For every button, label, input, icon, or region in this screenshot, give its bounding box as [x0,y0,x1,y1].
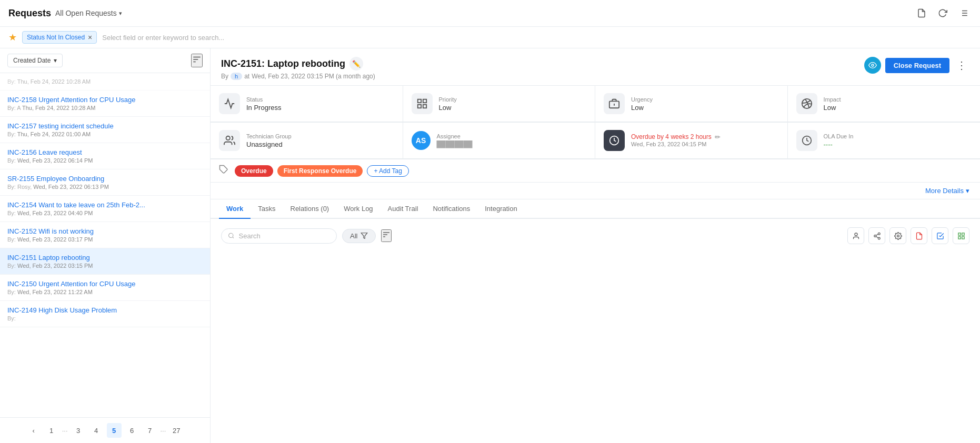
impact-value: Low [824,104,841,112]
app-title: Requests [8,8,51,19]
svg-point-29 [878,237,880,239]
page-5-button[interactable]: 5 [107,423,122,438]
svg-point-32 [897,235,899,237]
prev-page-button[interactable]: ‹ [26,423,41,438]
tab-integration[interactable]: Integration [477,199,524,219]
close-request-button[interactable]: Close Request [885,58,949,73]
more-options-button[interactable]: ⋮ [954,57,969,73]
edit-due-date-icon[interactable]: ✏ [715,133,721,141]
right-panel: INC-2151: Laptop rebooting ✏️ By h at We… [211,48,980,443]
list-item[interactable]: SR-2155 Employee Onboarding By: Rosy, We… [0,169,210,196]
svg-point-27 [878,233,880,235]
detail-header: INC-2151: Laptop rebooting ✏️ By h at We… [211,48,980,86]
tab-notifications[interactable]: Notifications [425,199,477,219]
list-item-active[interactable]: INC-2151 Laptop rebooting By: Wed, Feb 2… [0,248,210,275]
tech-group-icon [219,130,240,151]
tab-worklog[interactable]: Work Log [336,199,380,219]
assignee-avatar: AS [412,131,431,150]
ola-due-label: OLA Due In [824,133,854,139]
list-icon-button[interactable] [956,5,972,21]
svg-rect-33 [958,233,960,235]
urgency-label: Urgency [631,96,653,103]
chevron-down-icon: ▾ [119,10,122,17]
more-details-button[interactable]: More Details ▾ [925,187,969,195]
request-list: By: Thu, Feb 24, 2022 10:28 AM INC-2158 … [0,73,210,417]
work-search-row: All [221,227,969,244]
pdf-icon-button[interactable] [911,227,927,244]
checklist-icon-button[interactable] [932,227,948,244]
urgency-value: Low [631,104,653,112]
priority-field[interactable]: Priority Low [403,86,596,122]
priority-icon [412,93,433,114]
pagination: ‹ 1 ··· 3 4 5 6 7 ··· 27 [0,417,210,443]
add-tag-button[interactable]: + Add Tag [367,165,409,177]
edit-title-button[interactable]: ✏️ [349,57,363,71]
assignee-field[interactable]: AS Assignee ████████ [403,123,596,159]
list-item[interactable]: INC-2154 Want to take leave on 25th Feb-… [0,196,210,222]
share-icon-button[interactable] [868,227,885,244]
detail-title-section: INC-2151: Laptop rebooting ✏️ By h at We… [221,57,375,80]
settings-icon-button[interactable] [889,227,906,244]
filter-all-button[interactable]: All [342,229,376,243]
status-icon [219,93,240,114]
page-7-button[interactable]: 7 [143,423,157,438]
filter-tag-close-icon[interactable]: × [88,33,92,42]
tab-tasks[interactable]: Tasks [251,199,283,219]
urgency-icon [604,93,625,114]
ola-due-value: ---- [824,140,854,148]
view-selector[interactable]: All Open Requests ▾ [55,9,122,17]
due-date-field[interactable]: Overdue by 4 weeks 2 hours ✏ Wed, Feb 23… [595,123,788,159]
assign-icon-button[interactable] [847,227,864,244]
list-item[interactable]: By: Thu, Feb 24, 2022 10:28 AM [0,73,210,90]
page-dots: ··· [62,427,68,435]
chevron-down-icon: ▾ [966,187,969,195]
impact-field[interactable]: Impact Low [788,86,981,122]
first-response-overdue-tag[interactable]: First Response Overdue [277,165,363,177]
list-item[interactable]: INC-2152 Wifi is not working By: Wed, Fe… [0,222,210,248]
tab-audit-trail[interactable]: Audit Trail [381,199,426,219]
tech-group-field[interactable]: Technician Group Unassigned [211,123,403,159]
sort-order-button[interactable] [191,54,203,67]
impact-label: Impact [824,96,841,103]
list-item[interactable]: INC-2150 Urgent Attention for CPU Usage … [0,275,210,301]
search-placeholder[interactable]: Select field or enter keyword to search.… [102,34,972,42]
ola-due-field[interactable]: OLA Due In ---- [788,123,981,159]
tab-relations[interactable]: Relations (0) [283,199,337,219]
status-field[interactable]: Status In Progress [211,86,403,122]
more-details-row: More Details ▾ [211,183,980,199]
tab-work[interactable]: Work [219,199,251,219]
sort-asc-button[interactable] [381,229,392,242]
assignee-value: ████████ [437,140,473,148]
status-value: In Progress [246,104,281,112]
priority-label: Priority [439,96,457,103]
filter-icon [361,232,368,239]
header-actions [914,5,972,21]
document-icon-button[interactable] [914,5,929,21]
work-search-container [221,228,337,244]
page-6-button[interactable]: 6 [125,423,139,438]
refresh-icon-button[interactable] [935,5,951,21]
list-item[interactable]: INC-2157 testing incident schedule By: T… [0,117,210,143]
grid-icon-button[interactable] [953,227,969,244]
svg-line-31 [876,234,878,235]
list-item[interactable]: INC-2156 Leave request By: Wed, Feb 23, … [0,143,210,169]
list-item[interactable]: INC-2149 High Disk Usage Problem By: [0,301,210,327]
search-bar: ★ Status Not In Closed × Select field or… [0,27,980,48]
page-1-button[interactable]: 1 [44,423,59,438]
page-27-button[interactable]: 27 [169,423,184,438]
sort-dropdown[interactable]: Created Date ▾ [7,54,63,67]
svg-rect-12 [423,105,426,108]
page-3-button[interactable]: 3 [71,423,86,438]
search-input[interactable] [239,232,330,240]
list-header: Created Date ▾ [0,48,210,73]
list-header-controls: Created Date ▾ [7,54,63,67]
page-4-button[interactable]: 4 [89,423,104,438]
favorite-star-icon[interactable]: ★ [8,32,17,43]
watch-button[interactable] [864,57,881,74]
list-item[interactable]: INC-2158 Urgent Attention for CPU Usage … [0,90,210,117]
overdue-tag[interactable]: Overdue [235,165,273,177]
work-area: All [211,219,980,259]
search-icon [228,232,235,239]
urgency-field[interactable]: Urgency Low [595,86,788,122]
status-filter-tag: Status Not In Closed × [22,31,97,44]
